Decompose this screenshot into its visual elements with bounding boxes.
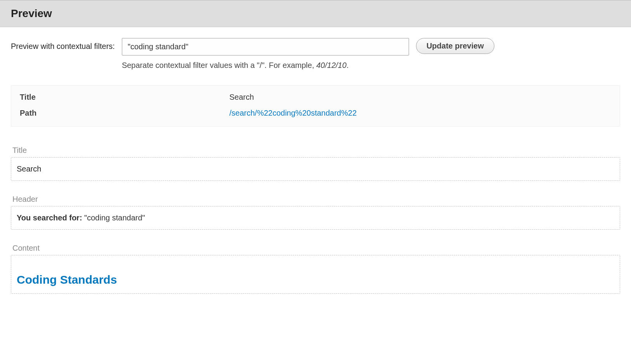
searched-for-text: You searched for: "coding standard" — [17, 213, 614, 222]
section-content-box: Coding Standards — [11, 255, 620, 294]
info-title-value: Search — [229, 93, 254, 102]
contextual-filter-label: Preview with contextual filters: — [11, 38, 115, 51]
section-title-value: Search — [17, 165, 614, 173]
contextual-filter-input[interactable] — [122, 38, 409, 55]
section-title-box: Search — [11, 157, 620, 181]
info-path-value: /search/%22coding%20standard%22 — [229, 109, 357, 118]
searched-for-query: "coding standard" — [82, 213, 145, 222]
contextual-filter-row: Preview with contextual filters: Separat… — [11, 38, 620, 70]
preview-info-block: Title Search Path /search/%22coding%20st… — [11, 85, 620, 127]
contextual-filter-input-wrap: Separate contextual filter values with a… — [122, 38, 409, 70]
hint-suffix: . — [347, 61, 349, 69]
section-header: Header You searched for: "coding standar… — [11, 195, 620, 230]
panel-header: Preview — [0, 0, 631, 27]
info-path-label: Path — [20, 109, 229, 118]
update-preview-button[interactable]: Update preview — [416, 38, 494, 54]
panel-title: Preview — [11, 7, 620, 20]
info-row-path: Path /search/%22coding%20standard%22 — [20, 109, 611, 118]
section-content-label: Content — [11, 244, 620, 253]
searched-for-bold: You searched for: — [17, 213, 82, 222]
result-heading: Coding Standards — [17, 273, 614, 286]
section-title-label: Title — [11, 146, 620, 155]
hint-prefix: Separate contextual filter values with a… — [122, 61, 316, 69]
info-title-label: Title — [20, 93, 229, 102]
section-content: Content Coding Standards — [11, 244, 620, 294]
hint-example: 40/12/10 — [316, 61, 347, 69]
panel-body: Preview with contextual filters: Separat… — [0, 27, 631, 294]
info-row-title: Title Search — [20, 93, 611, 102]
contextual-filter-hint: Separate contextual filter values with a… — [122, 61, 409, 70]
section-title: Title Search — [11, 146, 620, 181]
section-header-label: Header — [11, 195, 620, 204]
section-header-box: You searched for: "coding standard" — [11, 206, 620, 230]
info-path-link[interactable]: /search/%22coding%20standard%22 — [229, 109, 357, 117]
